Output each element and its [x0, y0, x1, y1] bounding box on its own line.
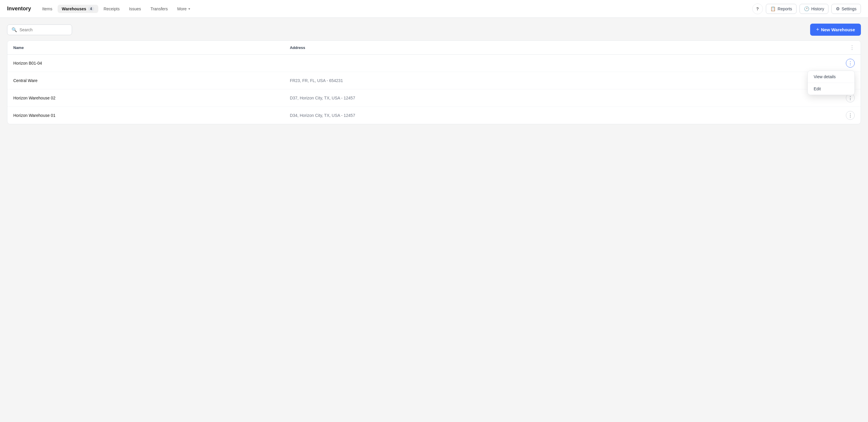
settings-button[interactable]: ⚙ Settings [831, 4, 861, 14]
help-button[interactable]: ? [752, 4, 763, 14]
row-name: Horizon Warehouse 02 [13, 96, 290, 100]
plus-icon: + [816, 27, 819, 33]
tab-items[interactable]: Items [38, 5, 56, 13]
toolbar: 🔍 + New Warehouse [7, 24, 861, 36]
settings-icon: ⚙ [836, 6, 840, 11]
new-warehouse-button[interactable]: + New Warehouse [810, 24, 861, 36]
row-name: Horizon Warehouse 01 [13, 113, 290, 118]
row-address: D34, Horizon City, TX, USA - 12457 [290, 113, 843, 118]
nav-tabs: Items Warehouses 4 Receipts Issues Trans… [38, 5, 194, 13]
header-actions-col: ⋮ [843, 44, 855, 51]
table-row[interactable]: Horizon B01-04 ⋮ View details Edit [7, 55, 861, 72]
history-icon: 🕐 [804, 6, 810, 11]
table-row[interactable]: Central Ware FR23, FR, FL, USA - 654231 … [7, 72, 861, 89]
row-dropdown-menu: View details Edit [807, 70, 855, 95]
app-title: Inventory [7, 6, 31, 12]
column-name-header: Name [13, 45, 290, 50]
tab-receipts[interactable]: Receipts [99, 5, 124, 13]
top-bar-left: Inventory Items Warehouses 4 Receipts Is… [7, 5, 194, 13]
tab-issues[interactable]: Issues [125, 5, 145, 13]
tab-warehouses[interactable]: Warehouses 4 [58, 5, 98, 13]
content-area: 🔍 + New Warehouse Name Address ⋮ Horizon… [0, 18, 868, 130]
reports-label: Reports [778, 6, 792, 11]
reports-icon: 📋 [770, 6, 776, 11]
warehouses-table: Name Address ⋮ Horizon B01-04 ⋮ View det… [7, 40, 861, 124]
help-icon: ? [756, 6, 759, 11]
history-button[interactable]: 🕐 History [800, 4, 829, 14]
dropdown-view-details[interactable]: View details [808, 71, 855, 83]
table-row[interactable]: Horizon Warehouse 02 D37, Horizon City, … [7, 89, 861, 107]
dropdown-edit[interactable]: Edit [808, 83, 855, 95]
reports-button[interactable]: 📋 Reports [766, 4, 797, 14]
table-row[interactable]: Horizon Warehouse 01 D34, Horizon City, … [7, 107, 861, 124]
tab-receipts-label: Receipts [104, 6, 120, 11]
chevron-down-icon: ▾ [188, 7, 190, 11]
history-label: History [811, 6, 824, 11]
settings-label: Settings [841, 6, 857, 11]
column-address-header: Address [290, 45, 843, 50]
row-menu-button[interactable]: ⋮ [846, 59, 855, 68]
row-address: FR23, FR, FL, USA - 654231 [290, 78, 843, 83]
tab-warehouses-label: Warehouses [62, 6, 86, 11]
search-icon: 🔍 [11, 27, 17, 32]
row-menu-button[interactable]: ⋮ [846, 111, 855, 120]
tab-more[interactable]: More ▾ [173, 5, 194, 13]
tab-issues-label: Issues [129, 6, 141, 11]
tab-warehouses-badge: 4 [88, 6, 94, 11]
top-bar-right: ? 📋 Reports 🕐 History ⚙ Settings [752, 4, 861, 14]
header-three-dot-icon[interactable]: ⋮ [849, 44, 855, 51]
tab-transfers[interactable]: Transfers [147, 5, 172, 13]
row-name: Central Ware [13, 78, 290, 83]
search-box[interactable]: 🔍 [7, 25, 72, 35]
tab-transfers-label: Transfers [151, 6, 168, 11]
row-name: Horizon B01-04 [13, 61, 290, 66]
top-bar: Inventory Items Warehouses 4 Receipts Is… [0, 0, 868, 18]
table-header: Name Address ⋮ [7, 41, 861, 55]
tab-items-label: Items [42, 6, 52, 11]
tab-more-label: More [177, 6, 187, 11]
search-input[interactable] [20, 27, 68, 32]
row-actions: ⋮ [843, 111, 855, 120]
row-address: D37, Horizon City, TX, USA - 12457 [290, 96, 843, 100]
new-warehouse-label: New Warehouse [821, 27, 855, 32]
row-actions: ⋮ View details Edit [843, 59, 855, 68]
